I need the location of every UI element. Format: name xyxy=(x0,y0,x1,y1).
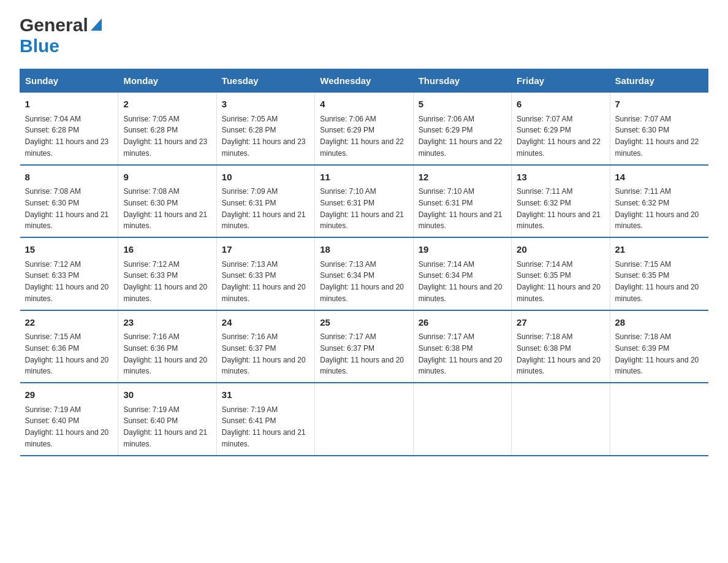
day-info: Sunrise: 7:15 AMSunset: 6:35 PMDaylight:… xyxy=(615,260,699,303)
day-info: Sunrise: 7:10 AMSunset: 6:31 PMDaylight:… xyxy=(320,187,404,230)
day-info: Sunrise: 7:13 AMSunset: 6:33 PMDaylight:… xyxy=(222,260,306,303)
calendar-day-cell: 9Sunrise: 7:08 AMSunset: 6:30 PMDaylight… xyxy=(118,165,216,238)
day-number: 8 xyxy=(25,170,113,185)
day-info: Sunrise: 7:11 AMSunset: 6:32 PMDaylight:… xyxy=(615,187,699,230)
day-number: 16 xyxy=(123,243,211,257)
day-of-week-header: Saturday xyxy=(610,69,708,93)
calendar-day-cell: 10Sunrise: 7:09 AMSunset: 6:31 PMDayligh… xyxy=(216,165,314,238)
day-number: 10 xyxy=(222,170,309,185)
day-number: 21 xyxy=(615,243,703,257)
day-info: Sunrise: 7:17 AMSunset: 6:37 PMDaylight:… xyxy=(320,332,404,375)
calendar-day-cell: 31Sunrise: 7:19 AMSunset: 6:41 PMDayligh… xyxy=(216,383,314,456)
calendar-day-cell xyxy=(610,383,708,456)
calendar-day-cell: 23Sunrise: 7:16 AMSunset: 6:36 PMDayligh… xyxy=(118,310,216,383)
day-info: Sunrise: 7:19 AMSunset: 6:41 PMDaylight:… xyxy=(222,405,306,448)
calendar-day-cell: 13Sunrise: 7:11 AMSunset: 6:32 PMDayligh… xyxy=(512,165,610,238)
calendar-day-cell: 7Sunrise: 7:07 AMSunset: 6:30 PMDaylight… xyxy=(610,93,708,165)
calendar-week-row: 29Sunrise: 7:19 AMSunset: 6:40 PMDayligh… xyxy=(20,383,708,456)
calendar-day-cell: 22Sunrise: 7:15 AMSunset: 6:36 PMDayligh… xyxy=(20,310,118,383)
calendar-week-row: 22Sunrise: 7:15 AMSunset: 6:36 PMDayligh… xyxy=(20,310,708,383)
calendar-day-cell: 16Sunrise: 7:12 AMSunset: 6:33 PMDayligh… xyxy=(118,237,216,310)
calendar-day-cell: 18Sunrise: 7:13 AMSunset: 6:34 PMDayligh… xyxy=(315,237,413,310)
day-info: Sunrise: 7:18 AMSunset: 6:38 PMDaylight:… xyxy=(517,332,601,375)
day-info: Sunrise: 7:10 AMSunset: 6:31 PMDaylight:… xyxy=(419,187,502,230)
calendar-day-cell: 11Sunrise: 7:10 AMSunset: 6:31 PMDayligh… xyxy=(315,165,413,238)
day-info: Sunrise: 7:06 AMSunset: 6:29 PMDaylight:… xyxy=(320,115,404,158)
day-info: Sunrise: 7:12 AMSunset: 6:33 PMDaylight:… xyxy=(123,260,207,303)
calendar-day-cell: 5Sunrise: 7:06 AMSunset: 6:29 PMDaylight… xyxy=(413,93,511,165)
logo-blue-text: Blue xyxy=(20,36,59,56)
day-info: Sunrise: 7:06 AMSunset: 6:29 PMDaylight:… xyxy=(419,115,502,158)
day-info: Sunrise: 7:07 AMSunset: 6:30 PMDaylight:… xyxy=(615,115,699,158)
day-info: Sunrise: 7:08 AMSunset: 6:30 PMDaylight:… xyxy=(25,187,109,230)
day-info: Sunrise: 7:14 AMSunset: 6:34 PMDaylight:… xyxy=(419,260,502,303)
day-number: 14 xyxy=(615,170,703,185)
calendar-day-cell: 28Sunrise: 7:18 AMSunset: 6:39 PMDayligh… xyxy=(610,310,708,383)
calendar-day-cell xyxy=(315,383,413,456)
day-of-week-header: Friday xyxy=(512,69,610,93)
day-number: 23 xyxy=(123,316,211,330)
day-info: Sunrise: 7:04 AMSunset: 6:28 PMDaylight:… xyxy=(25,115,109,158)
calendar-day-cell: 6Sunrise: 7:07 AMSunset: 6:29 PMDaylight… xyxy=(512,93,610,165)
calendar-day-cell: 21Sunrise: 7:15 AMSunset: 6:35 PMDayligh… xyxy=(610,237,708,310)
day-info: Sunrise: 7:07 AMSunset: 6:29 PMDaylight:… xyxy=(517,115,601,158)
day-number: 31 xyxy=(222,388,309,402)
calendar-header-row: SundayMondayTuesdayWednesdayThursdayFrid… xyxy=(20,69,708,93)
calendar-day-cell: 19Sunrise: 7:14 AMSunset: 6:34 PMDayligh… xyxy=(413,237,511,310)
day-number: 20 xyxy=(517,243,604,257)
day-number: 12 xyxy=(419,170,506,185)
day-of-week-header: Monday xyxy=(118,69,216,93)
day-info: Sunrise: 7:05 AMSunset: 6:28 PMDaylight:… xyxy=(222,115,306,158)
day-info: Sunrise: 7:08 AMSunset: 6:30 PMDaylight:… xyxy=(123,187,207,230)
day-number: 19 xyxy=(419,243,506,257)
page-header: General Blue xyxy=(20,15,708,56)
day-info: Sunrise: 7:19 AMSunset: 6:40 PMDaylight:… xyxy=(25,405,109,448)
day-number: 2 xyxy=(123,98,211,112)
day-info: Sunrise: 7:16 AMSunset: 6:37 PMDaylight:… xyxy=(222,332,306,375)
day-number: 17 xyxy=(222,243,309,257)
calendar-week-row: 1Sunrise: 7:04 AMSunset: 6:28 PMDaylight… xyxy=(20,93,708,165)
calendar-day-cell: 17Sunrise: 7:13 AMSunset: 6:33 PMDayligh… xyxy=(216,237,314,310)
calendar-day-cell: 29Sunrise: 7:19 AMSunset: 6:40 PMDayligh… xyxy=(20,383,118,456)
day-number: 27 xyxy=(517,316,604,330)
calendar-table: SundayMondayTuesdayWednesdayThursdayFrid… xyxy=(20,69,708,456)
day-number: 24 xyxy=(222,316,309,330)
day-info: Sunrise: 7:18 AMSunset: 6:39 PMDaylight:… xyxy=(615,332,699,375)
day-number: 30 xyxy=(123,388,211,402)
day-number: 13 xyxy=(517,170,604,185)
calendar-day-cell xyxy=(512,383,610,456)
calendar-day-cell: 30Sunrise: 7:19 AMSunset: 6:40 PMDayligh… xyxy=(118,383,216,456)
day-number: 1 xyxy=(25,98,113,112)
day-number: 6 xyxy=(517,98,604,112)
calendar-week-row: 8Sunrise: 7:08 AMSunset: 6:30 PMDaylight… xyxy=(20,165,708,238)
day-number: 11 xyxy=(320,170,408,185)
calendar-week-row: 15Sunrise: 7:12 AMSunset: 6:33 PMDayligh… xyxy=(20,237,708,310)
day-of-week-header: Tuesday xyxy=(216,69,314,93)
day-number: 7 xyxy=(615,98,703,112)
day-number: 28 xyxy=(615,316,703,330)
day-number: 9 xyxy=(123,170,211,185)
calendar-day-cell: 24Sunrise: 7:16 AMSunset: 6:37 PMDayligh… xyxy=(216,310,314,383)
day-info: Sunrise: 7:15 AMSunset: 6:36 PMDaylight:… xyxy=(25,332,109,375)
logo: General Blue xyxy=(20,15,102,56)
calendar-day-cell: 27Sunrise: 7:18 AMSunset: 6:38 PMDayligh… xyxy=(512,310,610,383)
calendar-day-cell: 4Sunrise: 7:06 AMSunset: 6:29 PMDaylight… xyxy=(315,93,413,165)
day-number: 18 xyxy=(320,243,408,257)
day-number: 3 xyxy=(222,98,309,112)
calendar-day-cell: 3Sunrise: 7:05 AMSunset: 6:28 PMDaylight… xyxy=(216,93,314,165)
day-of-week-header: Thursday xyxy=(413,69,511,93)
day-info: Sunrise: 7:09 AMSunset: 6:31 PMDaylight:… xyxy=(222,187,306,230)
day-info: Sunrise: 7:11 AMSunset: 6:32 PMDaylight:… xyxy=(517,187,601,230)
day-number: 5 xyxy=(419,98,506,112)
day-info: Sunrise: 7:14 AMSunset: 6:35 PMDaylight:… xyxy=(517,260,601,303)
calendar-day-cell: 25Sunrise: 7:17 AMSunset: 6:37 PMDayligh… xyxy=(315,310,413,383)
svg-marker-0 xyxy=(91,18,102,31)
day-info: Sunrise: 7:16 AMSunset: 6:36 PMDaylight:… xyxy=(123,332,207,375)
calendar-day-cell: 20Sunrise: 7:14 AMSunset: 6:35 PMDayligh… xyxy=(512,237,610,310)
day-info: Sunrise: 7:05 AMSunset: 6:28 PMDaylight:… xyxy=(123,115,207,158)
day-info: Sunrise: 7:12 AMSunset: 6:33 PMDaylight:… xyxy=(25,260,109,303)
day-number: 22 xyxy=(25,316,113,330)
day-info: Sunrise: 7:13 AMSunset: 6:34 PMDaylight:… xyxy=(320,260,404,303)
calendar-day-cell: 8Sunrise: 7:08 AMSunset: 6:30 PMDaylight… xyxy=(20,165,118,238)
calendar-day-cell xyxy=(413,383,511,456)
